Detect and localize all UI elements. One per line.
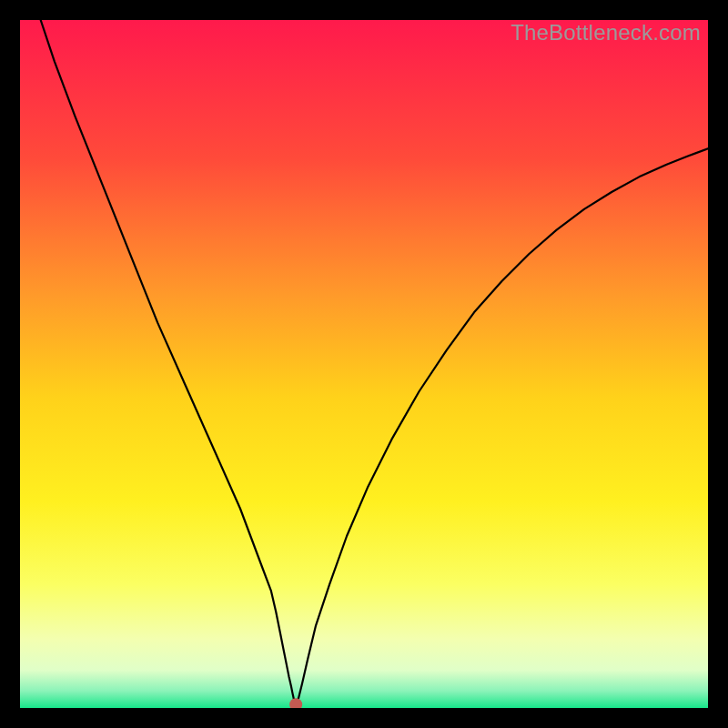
plot-area: TheBottleneck.com	[20, 20, 708, 708]
chart-svg	[20, 20, 708, 708]
gradient-background	[20, 20, 708, 708]
chart-container: TheBottleneck.com	[0, 0, 728, 728]
